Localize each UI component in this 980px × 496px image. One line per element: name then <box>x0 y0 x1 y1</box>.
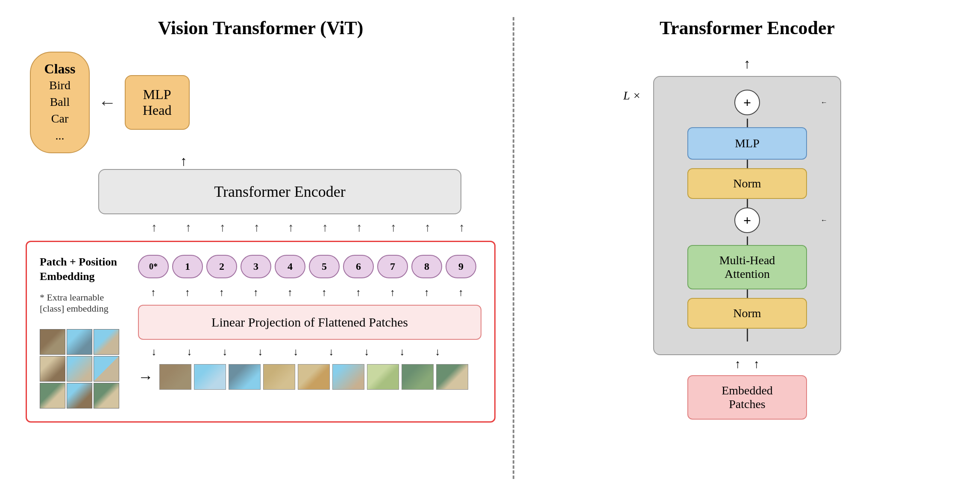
v-line-2 <box>747 160 748 168</box>
linear-projection-box: Linear Projection of Flattened Patches <box>138 305 481 340</box>
mha-label: Multi-HeadAttention <box>719 254 775 280</box>
token-up-arrow-0: ↑ <box>139 221 170 234</box>
transformer-encoder-label: Transformer Encoder <box>214 183 346 200</box>
row-patch-3 <box>229 364 261 390</box>
linear-projection-label: Linear Projection of Flattened Patches <box>211 315 408 329</box>
source-patch-br <box>94 383 119 408</box>
token-3: 3 <box>241 255 271 278</box>
src-to-patches-arrow: → <box>138 368 153 386</box>
patch-arrow-down-9: ↓ <box>422 346 454 358</box>
row-patch-6 <box>332 364 364 390</box>
mlp-head-box: MLPHead <box>125 75 190 130</box>
token-7: 7 <box>377 255 408 278</box>
proj-arrow-1: ↑ <box>172 287 203 298</box>
patch-arrow-down-4: ↓ <box>244 346 276 358</box>
row-patch-4 <box>263 364 295 390</box>
vit-title: Vision Transformer (ViT) <box>158 17 364 39</box>
source-patch-bm <box>67 383 92 408</box>
source-patch-ml <box>40 356 65 382</box>
patch-arrow-down-6: ↓ <box>315 346 347 358</box>
mlp-label: MLP <box>735 137 760 150</box>
token-6: 6 <box>343 255 374 278</box>
token-0: 0* <box>138 255 169 278</box>
patch-arrow-down-8: ↓ <box>386 346 418 358</box>
source-patch-mr <box>94 356 119 382</box>
mlp-to-class-arrow: ← <box>98 92 116 113</box>
te-outer-box: + ← MLP Norm <box>653 76 841 355</box>
token-9: 9 <box>446 255 476 278</box>
norm2-box: Norm <box>687 298 807 329</box>
source-patch-bl <box>40 383 65 408</box>
mha-left-arrow: ↑ <box>735 357 741 371</box>
te-bottom-arrows: ↑ ↑ <box>735 357 760 371</box>
class-items: BirdBallCar... <box>44 77 76 144</box>
v-line-3 <box>747 199 748 207</box>
transformer-encoder-block: Transformer Encoder <box>98 169 461 214</box>
token-up-arrow-4: ↑ <box>276 221 306 234</box>
top-add-row: + ← <box>671 90 823 115</box>
patch-arrow-down-7: ↓ <box>351 346 383 358</box>
token-4: 4 <box>275 255 305 278</box>
dashed-separator <box>513 17 514 479</box>
bottom-add-circle: + <box>734 207 760 233</box>
patches-red-box: Patch + PositionEmbedding * Extra learna… <box>26 241 496 423</box>
row-patch-2 <box>194 364 226 390</box>
norm1-label: Norm <box>733 177 761 190</box>
embedded-patches-wrapper: EmbeddedPatches <box>687 375 807 420</box>
source-patch-tr <box>94 329 119 355</box>
norm2-label: Norm <box>733 306 761 320</box>
token-up-arrow-1: ↑ <box>173 221 204 234</box>
class-label: Class <box>44 61 76 77</box>
lx-label: L × <box>623 89 641 102</box>
row-patch-5 <box>298 364 330 390</box>
patch-arrow-down-5: ↓ <box>280 346 312 358</box>
bottom-add-row: + ← <box>671 207 823 233</box>
patch-right-area: 0* 1 2 3 4 5 6 7 8 9 ↑ ↑ <box>138 255 481 409</box>
v-line-4 <box>747 236 748 245</box>
token-1: 1 <box>172 255 203 278</box>
patch-arrow-down-2: ↓ <box>173 346 205 358</box>
row-patch-9 <box>436 364 468 390</box>
token-up-arrow-5: ↑ <box>310 221 340 234</box>
top-add-circle: + <box>734 90 760 115</box>
source-patch-mm <box>67 356 92 382</box>
patch-arrow-down-3: ↓ <box>209 346 241 358</box>
proj-arrow-7: ↑ <box>377 287 408 298</box>
proj-arrow-0: ↑ <box>138 287 169 298</box>
extra-learnable-text: * Extra learnable[class] embedding <box>40 292 129 314</box>
token-up-arrow-2: ↑ <box>207 221 238 234</box>
te-outer-wrapper: L × + ← MLP <box>653 76 841 355</box>
patch-left-info: Patch + PositionEmbedding * Extra learna… <box>40 255 129 409</box>
te-output-arrow: ↑ <box>744 56 751 72</box>
row-patch-7 <box>367 364 399 390</box>
mlp-head-label: MLPHead <box>143 87 172 118</box>
token-up-arrow-7: ↑ <box>378 221 409 234</box>
patch-to-proj-arrows: ↓ ↓ ↓ ↓ ↓ ↓ ↓ ↓ ↓ <box>138 346 454 358</box>
source-image-grid <box>40 329 129 408</box>
v-line-1 <box>747 119 748 127</box>
proj-arrow-4: ↑ <box>275 287 305 298</box>
proj-arrow-6: ↑ <box>343 287 374 298</box>
token-up-arrow-6: ↑ <box>344 221 375 234</box>
token-up-arrow-3: ↑ <box>241 221 272 234</box>
token-up-arrow-9: ↑ <box>446 221 477 234</box>
token-5: 5 <box>309 255 340 278</box>
row-patch-8 <box>402 364 434 390</box>
bottom-add-symbol: + <box>743 213 751 228</box>
transformer-encoder-title: Transformer Encoder <box>660 17 835 39</box>
v-line-5 <box>747 289 748 298</box>
row-patch-1 <box>159 364 191 390</box>
transformer-encoder-section: Transformer Encoder ↑ L × + ← ML <box>531 17 954 479</box>
token-8: 8 <box>411 255 442 278</box>
source-patch-tm <box>67 329 92 355</box>
vit-section: Vision Transformer (ViT) Class BirdBallC… <box>26 17 496 479</box>
mlp-down-arrow: ↑ <box>158 153 209 169</box>
patch-position-label: Patch + PositionEmbedding <box>40 255 129 284</box>
embedded-patches-label: EmbeddedPatches <box>722 384 773 411</box>
token-2: 2 <box>206 255 237 278</box>
norm1-box: Norm <box>687 168 807 199</box>
proj-arrow-3: ↑ <box>241 287 271 298</box>
mha-right-arrow: ↑ <box>754 357 760 371</box>
proj-arrow-9: ↑ <box>446 287 476 298</box>
class-output-box: Class BirdBallCar... <box>30 52 90 153</box>
